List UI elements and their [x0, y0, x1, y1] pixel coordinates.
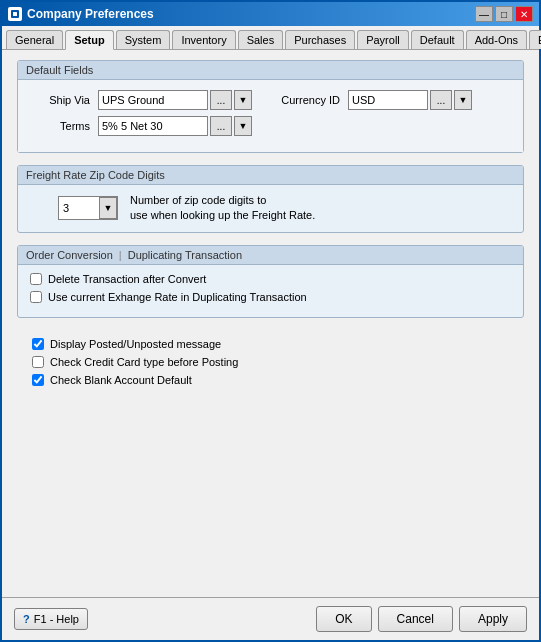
freight-rate-section: Freight Rate Zip Code Digits ▼ Number of… [17, 165, 524, 233]
order-conversion-label: Order Conversion [26, 249, 113, 261]
terms-control: ... ▼ [98, 116, 252, 136]
apply-button[interactable]: Apply [459, 606, 527, 632]
footer-right: OK Cancel Apply [316, 606, 527, 632]
tab-general[interactable]: General [6, 30, 63, 49]
order-conversion-content: Delete Transaction after Convert Use cur… [18, 265, 523, 317]
blank-account-checkbox[interactable] [32, 374, 44, 386]
credit-card-row: Check Credit Card type before Posting [32, 356, 509, 368]
ship-via-input[interactable] [98, 90, 208, 110]
blank-account-row: Check Blank Account Default [32, 374, 509, 386]
order-conversion-title: Order Conversion | Duplicating Transacti… [18, 246, 523, 265]
main-content: Default Fields Ship Via ... ▼ Currency I… [2, 50, 539, 597]
credit-card-checkbox[interactable] [32, 356, 44, 368]
tab-default[interactable]: Default [411, 30, 464, 49]
help-label: F1 - Help [34, 613, 79, 625]
terms-dots-button[interactable]: ... [210, 116, 232, 136]
freight-description: Number of zip code digits to use when lo… [130, 193, 315, 224]
minimize-button[interactable]: — [475, 6, 493, 22]
currency-id-label: Currency ID [260, 94, 340, 106]
tab-email-setup[interactable]: Email Setup [529, 30, 541, 49]
maximize-button[interactable]: □ [495, 6, 513, 22]
blank-account-label: Check Blank Account Default [50, 374, 192, 386]
ship-via-label: Ship Via [30, 94, 90, 106]
title-bar-left: Company Preferences [8, 7, 154, 21]
exchange-rate-row: Use current Exhange Rate in Duplicating … [30, 291, 511, 303]
extra-options-section: Display Posted/Unposted message Check Cr… [17, 330, 524, 400]
cancel-button[interactable]: Cancel [378, 606, 453, 632]
delete-transaction-checkbox[interactable] [30, 273, 42, 285]
footer: ? F1 - Help OK Cancel Apply [2, 597, 539, 640]
freight-rate-content: ▼ Number of zip code digits to use when … [18, 185, 523, 232]
title-divider: | [119, 249, 122, 261]
svg-rect-1 [13, 12, 17, 16]
help-icon: ? [23, 613, 30, 625]
main-window: Company Preferences — □ ✕ General Setup … [0, 0, 541, 642]
tab-payroll[interactable]: Payroll [357, 30, 409, 49]
tab-addons[interactable]: Add-Ons [466, 30, 527, 49]
terms-label: Terms [30, 120, 90, 132]
zip-digits-combo: ▼ [58, 196, 118, 220]
display-posted-row: Display Posted/Unposted message [32, 338, 509, 350]
help-button[interactable]: ? F1 - Help [14, 608, 88, 630]
currency-arrow-button[interactable]: ▼ [454, 90, 472, 110]
window-title: Company Preferences [27, 7, 154, 21]
window-controls: — □ ✕ [475, 6, 533, 22]
default-fields-section: Default Fields Ship Via ... ▼ Currency I… [17, 60, 524, 153]
tab-system[interactable]: System [116, 30, 171, 49]
app-icon [8, 7, 22, 21]
freight-desc-line2: use when looking up the Freight Rate. [130, 208, 315, 223]
currency-dots-button[interactable]: ... [430, 90, 452, 110]
close-button[interactable]: ✕ [515, 6, 533, 22]
terms-row: Terms ... ▼ [30, 116, 511, 136]
tab-inventory[interactable]: Inventory [172, 30, 235, 49]
credit-card-label: Check Credit Card type before Posting [50, 356, 238, 368]
ship-via-row: Ship Via ... ▼ Currency ID ... ▼ [30, 90, 511, 110]
tab-purchases[interactable]: Purchases [285, 30, 355, 49]
tabs-bar: General Setup System Inventory Sales Pur… [2, 26, 539, 50]
zip-digits-arrow[interactable]: ▼ [99, 197, 117, 219]
ship-via-arrow-button[interactable]: ▼ [234, 90, 252, 110]
delete-transaction-row: Delete Transaction after Convert [30, 273, 511, 285]
terms-input[interactable] [98, 116, 208, 136]
exchange-rate-label: Use current Exhange Rate in Duplicating … [48, 291, 307, 303]
ship-via-control: ... ▼ [98, 90, 252, 110]
zip-digits-input[interactable] [59, 197, 99, 219]
currency-id-control: ... ▼ [348, 90, 472, 110]
ok-button[interactable]: OK [316, 606, 371, 632]
freight-rate-title: Freight Rate Zip Code Digits [18, 166, 523, 185]
terms-arrow-button[interactable]: ▼ [234, 116, 252, 136]
currency-id-input[interactable] [348, 90, 428, 110]
delete-transaction-label: Delete Transaction after Convert [48, 273, 206, 285]
display-posted-label: Display Posted/Unposted message [50, 338, 221, 350]
default-fields-title: Default Fields [18, 61, 523, 80]
freight-desc-line1: Number of zip code digits to [130, 193, 315, 208]
tab-setup[interactable]: Setup [65, 30, 114, 50]
title-bar: Company Preferences — □ ✕ [2, 2, 539, 26]
duplicating-transaction-label: Duplicating Transaction [128, 249, 242, 261]
ship-via-dots-button[interactable]: ... [210, 90, 232, 110]
footer-left: ? F1 - Help [14, 608, 88, 630]
exchange-rate-checkbox[interactable] [30, 291, 42, 303]
tab-sales[interactable]: Sales [238, 30, 284, 49]
default-fields-content: Ship Via ... ▼ Currency ID ... ▼ Terms [18, 80, 523, 152]
order-conversion-section: Order Conversion | Duplicating Transacti… [17, 245, 524, 318]
display-posted-checkbox[interactable] [32, 338, 44, 350]
